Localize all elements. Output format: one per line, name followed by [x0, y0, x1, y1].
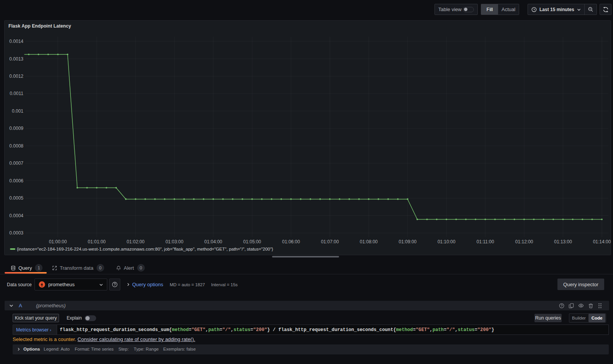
svg-text:01:00:00: 01:00:00	[49, 239, 67, 244]
svg-text:01:04:00: 01:04:00	[204, 239, 222, 244]
svg-text:0.0009: 0.0009	[9, 126, 23, 131]
svg-text:01:05:00: 01:05:00	[243, 239, 261, 244]
svg-text:01:06:00: 01:06:00	[282, 239, 300, 244]
svg-text:0.0007: 0.0007	[9, 161, 23, 166]
svg-text:01:02:00: 01:02:00	[127, 239, 145, 244]
svg-text:0.0003: 0.0003	[9, 230, 23, 236]
svg-text:01:11:00: 01:11:00	[477, 239, 494, 244]
svg-text:0.0008: 0.0008	[9, 143, 23, 149]
svg-text:01:07:00: 01:07:00	[321, 239, 339, 244]
svg-text:0.0013: 0.0013	[9, 56, 23, 62]
svg-text:01:03:00: 01:03:00	[166, 239, 184, 244]
svg-text:0.0004: 0.0004	[9, 213, 23, 218]
svg-text:01:13:00: 01:13:00	[554, 239, 572, 244]
svg-text:0.0006: 0.0006	[9, 178, 23, 184]
svg-text:0.0014: 0.0014	[9, 39, 23, 44]
svg-text:01:14:00: 01:14:00	[593, 239, 611, 244]
svg-text:01:10:00: 01:10:00	[438, 239, 456, 244]
svg-text:01:08:00: 01:08:00	[360, 239, 378, 244]
svg-text:0.0012: 0.0012	[9, 74, 23, 79]
svg-text:01:09:00: 01:09:00	[399, 239, 417, 244]
svg-text:01:01:00: 01:01:00	[88, 239, 106, 244]
svg-text:0.001: 0.001	[12, 108, 23, 114]
svg-text:01:12:00: 01:12:00	[515, 239, 533, 244]
svg-text:0.0005: 0.0005	[9, 195, 23, 201]
svg-text:0.0011: 0.0011	[10, 91, 23, 96]
